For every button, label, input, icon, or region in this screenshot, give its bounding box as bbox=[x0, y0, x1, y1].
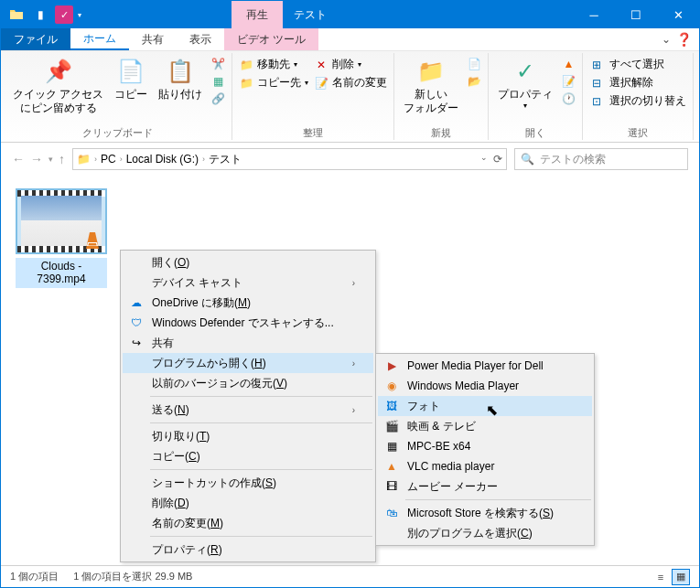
cm-rename[interactable]: 名前の変更(M) bbox=[123, 513, 373, 533]
properties-button[interactable]: ✓ プロパティ ▾ bbox=[492, 55, 558, 112]
refresh-icon[interactable]: ⟳ bbox=[493, 153, 502, 166]
ow-other[interactable]: 別のプログラムを選択(C) bbox=[378, 523, 592, 543]
ow-pmp[interactable]: ▶Power Media Player for Dell bbox=[378, 356, 592, 376]
ow-mpc[interactable]: ▦MPC-BE x64 bbox=[378, 436, 592, 456]
pmp-icon: ▶ bbox=[383, 358, 400, 374]
cm-separator bbox=[150, 396, 372, 397]
easy-access-small[interactable]: 📂 bbox=[467, 74, 481, 89]
chevron-right-icon: › bbox=[352, 358, 355, 369]
shortcut-icon: 🔗 bbox=[210, 91, 225, 106]
cm-cut[interactable]: 切り取り(T) bbox=[123, 426, 373, 446]
new-group: 📁 新しい フォルダー 📄 📂 新規 bbox=[394, 53, 489, 140]
cm-shortcut[interactable]: ショートカットの作成(S) bbox=[123, 473, 373, 493]
paste-shortcut-small[interactable]: 🔗 bbox=[210, 91, 225, 106]
cm-defender[interactable]: 🛡Windows Defender でスキャンする... bbox=[123, 313, 373, 333]
selection-info: 1 個の項目を選択 29.9 MB bbox=[73, 570, 192, 583]
cm-copy[interactable]: コピー(C) bbox=[123, 446, 373, 466]
cm-share[interactable]: ↪共有 bbox=[123, 333, 373, 353]
copy-to-button[interactable]: 📁コピー先▾ bbox=[239, 75, 308, 91]
clipboard-group-label: クリップボード bbox=[7, 124, 228, 140]
recent-dropdown[interactable]: ▾ bbox=[48, 155, 53, 164]
window-controls: ─ ☐ ✕ bbox=[573, 1, 699, 28]
cm-send-to[interactable]: 送る(N)› bbox=[123, 400, 373, 420]
view-tab[interactable]: 表示 bbox=[177, 28, 224, 50]
path-icon: ▦ bbox=[210, 74, 225, 89]
details-view-button[interactable]: ≡ bbox=[652, 569, 670, 585]
ow-photo[interactable]: 🖼フォト bbox=[378, 396, 592, 416]
home-tab[interactable]: ホーム bbox=[70, 28, 129, 50]
new-item-small[interactable]: 📄 bbox=[467, 57, 481, 71]
back-button[interactable]: ← bbox=[12, 152, 25, 166]
pin-button[interactable]: 📌 クイック アクセス にピン留めする bbox=[7, 55, 109, 117]
folder-icon bbox=[7, 5, 26, 24]
move-to-button[interactable]: 📁移動先▾ bbox=[239, 57, 308, 72]
easy-icon: 📂 bbox=[467, 74, 481, 89]
help-icon[interactable]: ❓ bbox=[676, 32, 692, 47]
video-tools-tab[interactable]: ビデオ ツール bbox=[224, 28, 318, 50]
search-placeholder: テストの検索 bbox=[540, 152, 606, 167]
forward-button[interactable]: → bbox=[30, 152, 43, 166]
photo-icon: 🖼 bbox=[383, 398, 400, 414]
rename-icon: 📝 bbox=[314, 76, 328, 91]
invert-selection-button[interactable]: ⊡選択の切り替え bbox=[589, 93, 686, 109]
open-small[interactable]: ▲ bbox=[561, 57, 576, 71]
ribbon-right: ⌄ ❓ bbox=[662, 28, 699, 50]
crumb-folder[interactable]: テスト bbox=[209, 152, 242, 167]
select-all-button[interactable]: ⊞すべて選択 bbox=[589, 57, 686, 72]
window-title: テスト bbox=[283, 1, 573, 28]
open-group: ✓ プロパティ ▾ ▲ 📝 🕐 開く bbox=[489, 53, 583, 140]
edit-small[interactable]: 📝 bbox=[561, 74, 576, 89]
history-small[interactable]: 🕐 bbox=[561, 91, 576, 106]
minimize-button[interactable]: ─ bbox=[573, 1, 615, 28]
collapse-ribbon-icon[interactable]: ⌄ bbox=[662, 33, 671, 46]
up-button[interactable]: ↑ bbox=[59, 152, 65, 166]
title-bar: ▮ ✓ ▾ 再生 テスト ─ ☐ ✕ bbox=[1, 1, 699, 28]
view-switcher: ≡ ▦ bbox=[652, 569, 690, 585]
cm-separator bbox=[150, 422, 372, 423]
cm-open[interactable]: 開く(O) bbox=[123, 252, 373, 273]
file-tab[interactable]: ファイル bbox=[1, 28, 70, 50]
cm-separator bbox=[405, 499, 591, 500]
cm-separator bbox=[150, 536, 372, 537]
paste-button[interactable]: 📋 貼り付け bbox=[153, 55, 208, 103]
movie-maker-icon: 🎞 bbox=[383, 478, 400, 495]
open-with-submenu: ▶Power Media Player for Dell ◉Windows Me… bbox=[375, 353, 595, 546]
cm-properties[interactable]: プロパティ(R) bbox=[123, 540, 373, 560]
close-button[interactable]: ✕ bbox=[657, 1, 699, 28]
copy-button[interactable]: 📄 コピー bbox=[109, 55, 153, 103]
icons-view-button[interactable]: ▦ bbox=[672, 569, 690, 585]
ow-movie-maker[interactable]: 🎞ムービー メーカー bbox=[378, 476, 592, 497]
crumb-drive[interactable]: Local Disk (G:) bbox=[126, 153, 199, 166]
nav-arrows: ← → ▾ ↑ bbox=[12, 152, 65, 166]
search-box[interactable]: 🔍 テストの検索 bbox=[514, 148, 688, 170]
cm-cast[interactable]: デバイス キャスト› bbox=[123, 273, 373, 293]
maximize-button[interactable]: ☐ bbox=[615, 1, 657, 28]
ow-vlc[interactable]: ▲VLC media player bbox=[378, 456, 592, 476]
copy-path-small[interactable]: ▦ bbox=[210, 74, 225, 89]
file-item[interactable]: Clouds - 7399.mp4 bbox=[16, 188, 107, 288]
cut-small[interactable]: ✂️ bbox=[210, 57, 225, 71]
copy-to-icon: 📁 bbox=[239, 76, 253, 91]
crumb-pc[interactable]: PC bbox=[101, 153, 116, 166]
ow-store[interactable]: 🛍Microsoft Store を検索する(S) bbox=[378, 503, 592, 523]
ow-movies-tv[interactable]: 🎬映画 & テレビ bbox=[378, 416, 592, 436]
cm-delete[interactable]: 削除(D) bbox=[123, 493, 373, 513]
copy-icon: 📄 bbox=[116, 57, 145, 86]
address-bar[interactable]: 📁 › PC › Local Disk (G:) › テスト ⌄ ⟳ bbox=[72, 148, 507, 170]
cm-onedrive[interactable]: ☁OneDrive に移動(M) bbox=[123, 293, 373, 313]
ow-wmp[interactable]: ◉Windows Media Player bbox=[378, 376, 592, 396]
qat-dropdown-icon[interactable]: ▾ bbox=[78, 11, 81, 19]
video-thumbnail bbox=[16, 188, 107, 254]
share-tab[interactable]: 共有 bbox=[129, 28, 177, 50]
share-icon: ↪ bbox=[128, 335, 145, 351]
movies-tv-icon: 🎬 bbox=[383, 418, 400, 434]
context-tab-header: 再生 bbox=[232, 1, 283, 28]
cm-open-with[interactable]: プログラムから開く(H)› bbox=[123, 353, 373, 373]
delete-button[interactable]: ✕削除▾ bbox=[314, 57, 387, 72]
new-folder-button[interactable]: 📁 新しい フォルダー bbox=[398, 55, 464, 117]
addr-dropdown-icon[interactable]: ⌄ bbox=[480, 153, 488, 166]
check-icon[interactable]: ✓ bbox=[55, 5, 73, 24]
rename-button[interactable]: 📝名前の変更 bbox=[314, 75, 387, 91]
select-none-button[interactable]: ⊟選択解除 bbox=[589, 75, 686, 91]
cm-restore[interactable]: 以前のバージョンの復元(V) bbox=[123, 373, 373, 393]
